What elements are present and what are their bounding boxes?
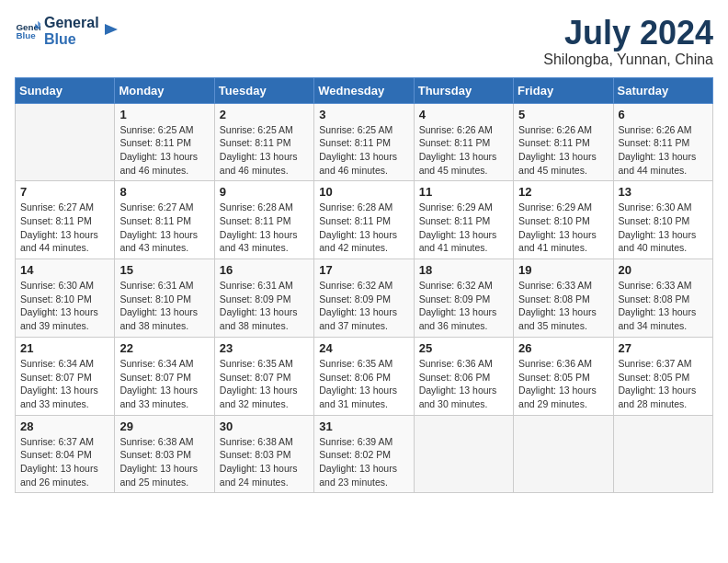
weekday-header-cell: Friday: [514, 77, 613, 103]
day-number: 20: [619, 263, 708, 277]
day-number: 22: [119, 341, 209, 355]
calendar-day-cell: 27Sunrise: 6:37 AMSunset: 8:05 PMDayligh…: [613, 337, 712, 415]
calendar-day-cell: 15Sunrise: 6:31 AMSunset: 8:10 PMDayligh…: [115, 259, 214, 338]
day-detail: Sunrise: 6:25 AMSunset: 8:11 PMDaylight:…: [220, 123, 309, 178]
calendar-week-row: 14Sunrise: 6:30 AMSunset: 8:10 PMDayligh…: [16, 259, 713, 338]
day-number: 30: [220, 419, 309, 433]
day-detail: Sunrise: 6:30 AMSunset: 8:10 PMDaylight:…: [20, 279, 109, 333]
day-detail: Sunrise: 6:25 AMSunset: 8:11 PMDaylight:…: [119, 123, 209, 178]
calendar-day-cell: 1Sunrise: 6:25 AMSunset: 8:11 PMDaylight…: [115, 103, 214, 181]
calendar-week-row: 1Sunrise: 6:25 AMSunset: 8:11 PMDaylight…: [16, 103, 713, 181]
day-number: 8: [119, 185, 209, 199]
calendar-day-cell: 5Sunrise: 6:26 AMSunset: 8:11 PMDaylight…: [514, 103, 613, 181]
calendar-week-row: 28Sunrise: 6:37 AMSunset: 8:04 PMDayligh…: [16, 415, 713, 493]
day-number: 17: [319, 263, 408, 277]
calendar-day-cell: 12Sunrise: 6:29 AMSunset: 8:10 PMDayligh…: [514, 181, 613, 259]
calendar-day-cell: 26Sunrise: 6:36 AMSunset: 8:05 PMDayligh…: [514, 337, 613, 415]
calendar-day-cell: 6Sunrise: 6:26 AMSunset: 8:11 PMDaylight…: [613, 103, 712, 181]
day-detail: Sunrise: 6:37 AMSunset: 8:04 PMDaylight:…: [20, 435, 109, 489]
day-detail: Sunrise: 6:25 AMSunset: 8:11 PMDaylight:…: [319, 123, 408, 178]
calendar-week-row: 7Sunrise: 6:27 AMSunset: 8:11 PMDaylight…: [16, 181, 713, 259]
svg-text:Blue: Blue: [16, 30, 36, 40]
calendar-day-cell: 2Sunrise: 6:25 AMSunset: 8:11 PMDaylight…: [214, 103, 313, 181]
day-detail: Sunrise: 6:31 AMSunset: 8:10 PMDaylight:…: [119, 279, 209, 333]
day-number: 2: [220, 108, 309, 121]
day-number: 13: [619, 185, 708, 199]
calendar-day-cell: 7Sunrise: 6:27 AMSunset: 8:11 PMDaylight…: [16, 181, 115, 259]
day-detail: Sunrise: 6:30 AMSunset: 8:10 PMDaylight:…: [619, 201, 708, 255]
day-number: 29: [119, 419, 209, 433]
calendar-day-cell: 14Sunrise: 6:30 AMSunset: 8:10 PMDayligh…: [16, 259, 115, 338]
day-detail: Sunrise: 6:32 AMSunset: 8:09 PMDaylight:…: [419, 279, 508, 333]
page-header: General Blue General Blue July 2024 Shil…: [15, 15, 713, 68]
weekday-header-cell: Wednesday: [314, 77, 414, 103]
calendar-day-cell: 10Sunrise: 6:28 AMSunset: 8:11 PMDayligh…: [314, 181, 414, 259]
calendar-day-cell: 22Sunrise: 6:34 AMSunset: 8:07 PMDayligh…: [115, 337, 214, 415]
logo-flag-icon: [101, 22, 119, 40]
day-detail: Sunrise: 6:26 AMSunset: 8:11 PMDaylight:…: [518, 123, 608, 178]
logo-line1: General: [44, 15, 99, 31]
day-number: 19: [518, 263, 608, 277]
weekday-header-cell: Monday: [115, 77, 214, 103]
day-number: 18: [419, 263, 508, 277]
day-detail: Sunrise: 6:34 AMSunset: 8:07 PMDaylight:…: [20, 357, 109, 411]
day-detail: Sunrise: 6:33 AMSunset: 8:08 PMDaylight:…: [518, 279, 608, 333]
day-detail: Sunrise: 6:38 AMSunset: 8:03 PMDaylight:…: [119, 435, 209, 489]
calendar-day-cell: 24Sunrise: 6:35 AMSunset: 8:06 PMDayligh…: [314, 337, 414, 415]
day-number: 31: [319, 419, 408, 433]
calendar-day-cell: 13Sunrise: 6:30 AMSunset: 8:10 PMDayligh…: [613, 181, 712, 259]
day-detail: Sunrise: 6:32 AMSunset: 8:09 PMDaylight:…: [319, 279, 408, 333]
day-detail: Sunrise: 6:29 AMSunset: 8:11 PMDaylight:…: [419, 201, 508, 255]
logo: General Blue General Blue: [15, 15, 119, 47]
day-detail: Sunrise: 6:28 AMSunset: 8:11 PMDaylight:…: [220, 201, 309, 255]
calendar-day-cell: 25Sunrise: 6:36 AMSunset: 8:06 PMDayligh…: [414, 337, 513, 415]
calendar-day-cell: 4Sunrise: 6:26 AMSunset: 8:11 PMDaylight…: [414, 103, 513, 181]
day-detail: Sunrise: 6:38 AMSunset: 8:03 PMDaylight:…: [220, 435, 309, 489]
day-number: 15: [119, 263, 209, 277]
day-detail: Sunrise: 6:26 AMSunset: 8:11 PMDaylight:…: [619, 123, 708, 178]
calendar-day-cell: 23Sunrise: 6:35 AMSunset: 8:07 PMDayligh…: [214, 337, 313, 415]
calendar-day-cell: 19Sunrise: 6:33 AMSunset: 8:08 PMDayligh…: [514, 259, 613, 338]
main-title: July 2024: [543, 15, 713, 52]
day-number: 7: [20, 185, 109, 199]
calendar-day-cell: 28Sunrise: 6:37 AMSunset: 8:04 PMDayligh…: [16, 415, 115, 493]
calendar-day-cell: 9Sunrise: 6:28 AMSunset: 8:11 PMDaylight…: [214, 181, 313, 259]
calendar-day-cell: 20Sunrise: 6:33 AMSunset: 8:08 PMDayligh…: [613, 259, 712, 338]
calendar-day-cell: [514, 415, 613, 493]
calendar-day-cell: [613, 415, 712, 493]
day-detail: Sunrise: 6:29 AMSunset: 8:10 PMDaylight:…: [518, 201, 608, 255]
calendar-day-cell: 17Sunrise: 6:32 AMSunset: 8:09 PMDayligh…: [314, 259, 414, 338]
calendar-day-cell: 11Sunrise: 6:29 AMSunset: 8:11 PMDayligh…: [414, 181, 513, 259]
title-area: July 2024 Shilongba, Yunnan, China: [543, 15, 713, 68]
day-detail: Sunrise: 6:26 AMSunset: 8:11 PMDaylight:…: [419, 123, 508, 178]
day-detail: Sunrise: 6:27 AMSunset: 8:11 PMDaylight:…: [119, 201, 209, 255]
day-number: 3: [319, 108, 408, 121]
day-number: 14: [20, 263, 109, 277]
day-detail: Sunrise: 6:35 AMSunset: 8:06 PMDaylight:…: [319, 357, 408, 411]
day-number: 26: [518, 341, 608, 355]
calendar-day-cell: 8Sunrise: 6:27 AMSunset: 8:11 PMDaylight…: [115, 181, 214, 259]
day-number: 6: [619, 108, 708, 121]
day-number: 1: [119, 108, 209, 121]
logo-line2: Blue: [44, 31, 99, 48]
day-detail: Sunrise: 6:37 AMSunset: 8:05 PMDaylight:…: [619, 357, 708, 411]
weekday-header-cell: Sunday: [16, 77, 115, 103]
day-number: 28: [20, 419, 109, 433]
day-detail: Sunrise: 6:33 AMSunset: 8:08 PMDaylight:…: [619, 279, 708, 333]
day-detail: Sunrise: 6:36 AMSunset: 8:05 PMDaylight:…: [518, 357, 608, 411]
calendar-day-cell: [16, 103, 115, 181]
day-detail: Sunrise: 6:27 AMSunset: 8:11 PMDaylight:…: [20, 201, 109, 255]
day-number: 27: [619, 341, 708, 355]
day-number: 10: [319, 185, 408, 199]
calendar-week-row: 21Sunrise: 6:34 AMSunset: 8:07 PMDayligh…: [16, 337, 713, 415]
weekday-header-cell: Saturday: [613, 77, 712, 103]
calendar-day-cell: 3Sunrise: 6:25 AMSunset: 8:11 PMDaylight…: [314, 103, 414, 181]
day-detail: Sunrise: 6:31 AMSunset: 8:09 PMDaylight:…: [220, 279, 309, 333]
day-detail: Sunrise: 6:39 AMSunset: 8:02 PMDaylight:…: [319, 435, 408, 489]
calendar-day-cell: 31Sunrise: 6:39 AMSunset: 8:02 PMDayligh…: [314, 415, 414, 493]
day-detail: Sunrise: 6:34 AMSunset: 8:07 PMDaylight:…: [119, 357, 209, 411]
calendar-day-cell: 16Sunrise: 6:31 AMSunset: 8:09 PMDayligh…: [214, 259, 313, 338]
logo-icon: General Blue: [15, 18, 40, 44]
day-number: 25: [419, 341, 508, 355]
weekday-header-cell: Tuesday: [214, 77, 313, 103]
